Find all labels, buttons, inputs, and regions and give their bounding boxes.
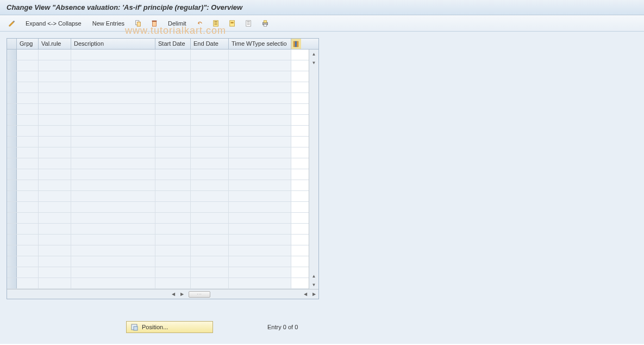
- cell-end-date[interactable]: [191, 137, 229, 147]
- row-selector[interactable]: [7, 147, 17, 158]
- row-selector[interactable]: [7, 224, 17, 234]
- cell-time-wtype[interactable]: [229, 82, 291, 93]
- cell-time-wtype[interactable]: [229, 213, 291, 223]
- table-row[interactable]: [7, 115, 309, 126]
- row-selector[interactable]: [7, 202, 17, 212]
- cell-time-wtype[interactable]: [229, 147, 291, 158]
- cell-valrule[interactable]: [39, 235, 71, 245]
- table-row[interactable]: [7, 126, 309, 137]
- scroll-up-arrow-bottom[interactable]: ▲: [310, 272, 318, 280]
- new-entries-button[interactable]: New Entries: [87, 18, 129, 29]
- column-valrule[interactable]: Val.rule: [39, 39, 71, 49]
- cell-end-date[interactable]: [191, 235, 229, 245]
- cell-start-date[interactable]: [155, 245, 191, 256]
- undo-button[interactable]: [192, 18, 208, 29]
- cell-grpg[interactable]: [17, 115, 39, 125]
- deselect-all-button[interactable]: [241, 18, 257, 29]
- cell-start-date[interactable]: [155, 202, 191, 212]
- cell-end-date[interactable]: [191, 104, 229, 114]
- scroll-left-arrow[interactable]: ◀: [169, 290, 178, 299]
- cell-time-wtype[interactable]: [229, 256, 291, 267]
- cell-description[interactable]: [71, 60, 155, 71]
- cell-start-date[interactable]: [155, 235, 191, 245]
- cell-description[interactable]: [71, 245, 155, 256]
- cell-description[interactable]: [71, 169, 155, 180]
- delimit-button[interactable]: Delimit: [163, 18, 191, 29]
- scroll-right-arrow[interactable]: ▶: [178, 290, 186, 299]
- cell-end-date[interactable]: [191, 267, 229, 278]
- cell-grpg[interactable]: [17, 126, 39, 136]
- table-row[interactable]: [7, 256, 309, 267]
- scroll-left-arrow-right[interactable]: ◀: [301, 290, 310, 299]
- select-all-button[interactable]: [209, 18, 224, 29]
- cell-start-date[interactable]: [155, 60, 191, 71]
- row-selector[interactable]: [7, 213, 17, 223]
- cell-start-date[interactable]: [155, 158, 191, 169]
- cell-grpg[interactable]: [17, 245, 39, 256]
- table-row[interactable]: [7, 213, 309, 224]
- cell-end-date[interactable]: [191, 71, 229, 82]
- cell-grpg[interactable]: [17, 71, 39, 82]
- cell-description[interactable]: [71, 224, 155, 234]
- cell-valrule[interactable]: [39, 213, 71, 223]
- cell-description[interactable]: [71, 191, 155, 201]
- scroll-up-arrow[interactable]: ▲: [310, 50, 318, 58]
- cell-time-wtype[interactable]: [229, 115, 291, 125]
- cell-time-wtype[interactable]: [229, 137, 291, 147]
- cell-grpg[interactable]: [17, 267, 39, 278]
- cell-end-date[interactable]: [191, 82, 229, 93]
- cell-description[interactable]: [71, 213, 155, 223]
- row-selector[interactable]: [7, 137, 17, 147]
- cell-grpg[interactable]: [17, 158, 39, 169]
- cell-valrule[interactable]: [39, 60, 71, 71]
- cell-end-date[interactable]: [191, 115, 229, 125]
- table-row[interactable]: [7, 50, 309, 60]
- cell-end-date[interactable]: [191, 158, 229, 169]
- column-time-wtype[interactable]: Time WType selectio: [229, 39, 291, 49]
- cell-description[interactable]: [71, 278, 155, 288]
- cell-grpg[interactable]: [17, 93, 39, 103]
- cell-description[interactable]: [71, 82, 155, 93]
- row-selector[interactable]: [7, 158, 17, 169]
- cell-start-date[interactable]: [155, 267, 191, 278]
- column-description[interactable]: Description: [71, 39, 155, 49]
- cell-end-date[interactable]: [191, 256, 229, 267]
- cell-valrule[interactable]: [39, 202, 71, 212]
- table-row[interactable]: [7, 158, 309, 169]
- cell-start-date[interactable]: [155, 224, 191, 234]
- cell-time-wtype[interactable]: [229, 245, 291, 256]
- cell-time-wtype[interactable]: [229, 180, 291, 190]
- cell-description[interactable]: [71, 158, 155, 169]
- column-grpg[interactable]: Grpg: [17, 39, 39, 49]
- expand-collapse-button[interactable]: Expand <-> Collapse: [21, 18, 86, 29]
- cell-valrule[interactable]: [39, 169, 71, 180]
- cell-valrule[interactable]: [39, 50, 71, 60]
- table-row[interactable]: [7, 278, 309, 289]
- row-selector[interactable]: [7, 169, 17, 180]
- cell-end-date[interactable]: [191, 245, 229, 256]
- row-selector[interactable]: [7, 115, 17, 125]
- cell-description[interactable]: [71, 115, 155, 125]
- scroll-down-arrow-bottom[interactable]: ▼: [310, 280, 318, 289]
- copy-button[interactable]: [130, 18, 146, 29]
- cell-description[interactable]: [71, 137, 155, 147]
- cell-description[interactable]: [71, 180, 155, 190]
- select-block-button[interactable]: [225, 18, 240, 29]
- cell-valrule[interactable]: [39, 82, 71, 93]
- cell-grpg[interactable]: [17, 224, 39, 234]
- row-selector-header[interactable]: [7, 39, 17, 49]
- cell-valrule[interactable]: [39, 147, 71, 158]
- cell-grpg[interactable]: [17, 213, 39, 223]
- cell-end-date[interactable]: [191, 224, 229, 234]
- cell-valrule[interactable]: [39, 93, 71, 103]
- cell-valrule[interactable]: [39, 245, 71, 256]
- cell-time-wtype[interactable]: [229, 104, 291, 114]
- delete-button[interactable]: [147, 18, 162, 29]
- cell-valrule[interactable]: [39, 158, 71, 169]
- cell-valrule[interactable]: [39, 180, 71, 190]
- cell-description[interactable]: [71, 235, 155, 245]
- cell-end-date[interactable]: [191, 278, 229, 288]
- cell-time-wtype[interactable]: [229, 169, 291, 180]
- row-selector[interactable]: [7, 126, 17, 136]
- toggle-display-change-button[interactable]: [4, 18, 20, 29]
